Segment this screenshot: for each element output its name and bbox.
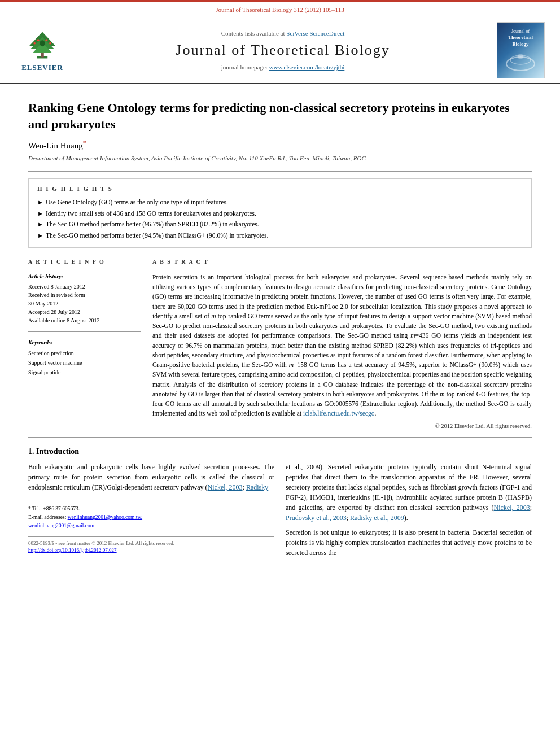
- highlights-title: H I G H L I G H T S: [37, 185, 523, 193]
- main-content: Ranking Gene Ontology terms for predicti…: [0, 84, 560, 568]
- doi-link[interactable]: http://dx.doi.org/10.1016/j.jtbi.2012.07…: [28, 547, 117, 553]
- highlight-item-3: ► The Sec-GO method performs better (96.…: [37, 220, 523, 229]
- journal-cover: Journal of Theoretical Biology: [497, 22, 545, 78]
- sciverse-link[interactable]: SciVerse ScienceDirect: [286, 30, 344, 37]
- prudovsky-link[interactable]: Prudovsky et al., 2003: [286, 514, 347, 522]
- journal-cover-image: Journal of Theoretical Biology: [492, 22, 549, 78]
- highlight-arrow-icon-1: ►: [37, 198, 43, 207]
- divider-2: [28, 437, 532, 438]
- svg-point-5: [40, 40, 45, 46]
- revised-date: 30 May 2012: [28, 299, 141, 308]
- intro-body: Both eukaryotic and prokaryotic cells ha…: [28, 462, 532, 562]
- journal-citation: Journal of Theoretical Biology 312 (2012…: [216, 6, 344, 13]
- journal-title: Journal of Theoretical Biology: [73, 40, 492, 60]
- intro-para-right-1: et al., 2009). Secreted eukaryotic prote…: [286, 462, 532, 523]
- highlight-arrow-icon-2: ►: [37, 209, 43, 218]
- nickel-2003-link-2[interactable]: Nickel, 2003: [494, 504, 530, 512]
- article-info-abstract: A R T I C L E I N F O Article history: R…: [28, 258, 532, 430]
- article-title: Ranking Gene Ontology terms for predicti…: [28, 100, 532, 132]
- divider-1: [28, 171, 532, 172]
- highlight-item-1: ► Use Gene Ontology (GO) terms as the on…: [37, 198, 523, 207]
- page: Journal of Theoretical Biology 312 (2012…: [0, 0, 560, 747]
- available-date: Available online 8 August 2012: [28, 316, 141, 325]
- abstract-col: A B S T R A C T Protein secretion is an …: [152, 258, 532, 430]
- email-link-2[interactable]: wenlinhuang2001@gmail.com: [28, 523, 94, 528]
- highlight-arrow-icon-4: ►: [37, 231, 43, 240]
- nickel-2003-link[interactable]: Nickel, 2003: [208, 483, 243, 491]
- svg-point-8: [37, 40, 40, 42]
- radisky-link[interactable]: Radisky: [246, 483, 268, 491]
- highlights-box: H I G H L I G H T S ► Use Gene Ontology …: [28, 178, 532, 248]
- abstract-label: A B S T R A C T: [152, 258, 532, 268]
- article-info-label: A R T I C L E I N F O: [28, 258, 141, 268]
- article-info-col: A R T I C L E I N F O Article history: R…: [28, 258, 141, 430]
- elsevier-tree-icon: [20, 28, 65, 62]
- revised-label: Received in revised form: [28, 291, 141, 299]
- footnote-area: * Tel.: +886 37 605673. E-mail addresses…: [28, 501, 274, 531]
- intro-col-left: Both eukaryotic and prokaryotic cells ha…: [28, 462, 274, 562]
- sciverse-line: Contents lists available at SciVerse Sci…: [73, 29, 492, 38]
- received-date: Received 8 January 2012: [28, 282, 141, 291]
- bottom-strip: 0022-5193/$ - see front matter © 2012 El…: [28, 536, 274, 547]
- highlight-item-4: ► The Sec-GO method performs better (94.…: [37, 231, 523, 240]
- footnote-tel: * Tel.: +886 37 605673.: [28, 505, 274, 513]
- email-link-1[interactable]: wenlinhuang2001@yahoo.com.tw,: [68, 514, 142, 520]
- journal-homepage: journal homepage: www.elsevier.com/locat…: [73, 63, 492, 72]
- header-center: Contents lists available at SciVerse Sci…: [73, 29, 492, 72]
- keyword-2: Support vector machine: [28, 358, 141, 368]
- abstract-text: Protein secretion is an important biolog…: [152, 273, 532, 419]
- author-name: Wen-Lin Huang*: [28, 138, 532, 152]
- journal-cover-text: Journal of Theoretical Biology: [508, 29, 533, 48]
- elsevier-logo: ELSEVIER: [11, 28, 73, 73]
- keywords-list: Secretion prediction Support vector mach…: [28, 348, 141, 377]
- keywords-section: Keywords: Secretion prediction Support v…: [28, 339, 141, 377]
- highlight-arrow-icon-3: ►: [37, 220, 43, 229]
- accepted-date: Accepted 28 July 2012: [28, 308, 141, 316]
- intro-para-1: Both eukaryotic and prokaryotic cells ha…: [28, 462, 274, 492]
- footnote-email-2: wenlinhuang2001@gmail.com: [28, 522, 274, 530]
- svg-point-7: [49, 42, 51, 45]
- radisky-2009-link[interactable]: Radisky et al., 2009: [350, 514, 404, 522]
- homepage-link[interactable]: www.elsevier.com/locate/yjtbi: [269, 64, 345, 71]
- keyword-3: Signal peptide: [28, 368, 141, 377]
- divider-info: [28, 331, 141, 332]
- intro-heading: 1. Introduction: [28, 446, 532, 457]
- keyword-1: Secretion prediction: [28, 348, 141, 358]
- intro-col-right: et al., 2009). Secreted eukaryotic prote…: [286, 462, 532, 562]
- svg-point-6: [33, 42, 36, 45]
- svg-point-12: [518, 54, 523, 59]
- svg-point-9: [46, 40, 48, 42]
- secgo-link[interactable]: iclab.life.nctu.edu.tw/secgo: [303, 410, 374, 417]
- copyright-text: © 2012 Elsevier Ltd. All rights reserved…: [152, 422, 532, 431]
- cover-decoration-icon: [504, 50, 537, 72]
- intro-para-right-2: Secretion is not unique to eukaryotes; i…: [286, 527, 532, 558]
- header-area: ELSEVIER Contents lists available at Sci…: [0, 16, 560, 84]
- article-history: Article history: Received 8 January 2012…: [28, 273, 141, 325]
- highlight-item-2: ► Identify two small sets of 436 and 158…: [37, 209, 523, 218]
- journal-top-strip: Journal of Theoretical Biology 312 (2012…: [0, 2, 560, 16]
- elsevier-name: ELSEVIER: [21, 63, 63, 73]
- keywords-title: Keywords:: [28, 339, 141, 347]
- affiliation: Department of Management Information Sys…: [28, 154, 532, 163]
- doi-line: http://dx.doi.org/10.1016/j.jtbi.2012.07…: [28, 547, 274, 554]
- issn-text: 0022-5193/$ - see front matter © 2012 El…: [28, 540, 174, 547]
- article-history-title: Article history:: [28, 273, 141, 281]
- footnote-email: E-mail addresses: wenlinhuang2001@yahoo.…: [28, 513, 274, 522]
